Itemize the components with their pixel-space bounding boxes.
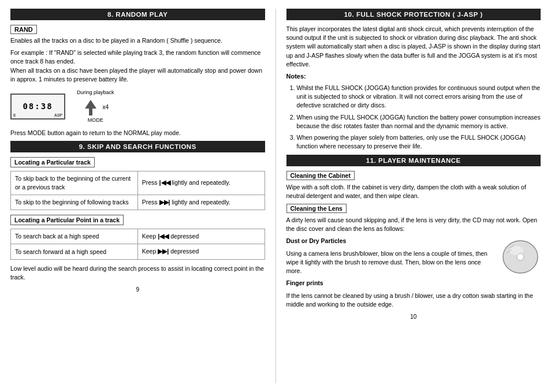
player-display: 8 08:38 ASP bbox=[10, 94, 65, 120]
finger-title: Finger prints bbox=[286, 279, 541, 288]
mode-label: MODE bbox=[88, 117, 103, 123]
rand-example: For example : If "RAND" is selected whil… bbox=[10, 48, 265, 84]
cleaning-lens-box: Cleaning the Lens bbox=[286, 204, 347, 213]
skip-row-2: To skip to the beginning of following tr… bbox=[11, 195, 265, 210]
section11-header: 11. PLAYER MAINTENANCE bbox=[286, 155, 541, 166]
dust-section: Dust or Dry Particles Using a camera len… bbox=[286, 237, 541, 279]
mode-area: During playback x4 MODE bbox=[77, 89, 114, 123]
search-next-icon: ▶▶| bbox=[158, 248, 169, 255]
search-action-1: To search back at a high speed bbox=[11, 229, 138, 244]
x4-label: x4 bbox=[102, 104, 109, 110]
next-icon: ▶▶| bbox=[159, 199, 170, 206]
search-instruction-1: Keep |◀◀ depressed bbox=[137, 229, 265, 244]
section9-header: 9. SKIP AND SEARCH FUNCTIONS bbox=[10, 141, 265, 152]
finger-text: If the lens cannot be cleaned by using a… bbox=[286, 292, 541, 309]
cleaning-cabinet-box: Cleaning the Cabinet bbox=[286, 171, 355, 180]
section8-header: 8. RANDOM PLAY bbox=[10, 9, 265, 20]
cd-illustration bbox=[500, 237, 541, 274]
skip-instruction-1: Press |◀◀ lightly and repeatedly. bbox=[137, 171, 265, 195]
column-divider bbox=[276, 9, 276, 383]
display-label-right: ASP bbox=[54, 113, 62, 117]
locating-track-box: Locating a Particular track bbox=[10, 157, 95, 167]
display-label-left: 8 bbox=[13, 113, 16, 117]
note-item-3: When powering the player solely from bat… bbox=[297, 133, 541, 151]
skip-action-2: To skip to the beginning of following tr… bbox=[11, 195, 138, 210]
notes-title: Notes: bbox=[286, 72, 541, 81]
right-column: 10. FULL SHOCK PROTECTION ( J-ASP ) This… bbox=[282, 6, 546, 386]
search-instruction-2: Keep ▶▶| depressed bbox=[137, 244, 265, 259]
dust-text-block: Dust or Dry Particles Using a camera len… bbox=[286, 237, 495, 279]
cd-svg bbox=[500, 237, 541, 274]
document-page: 8. RANDOM PLAY RAND Enables all the trac… bbox=[0, 0, 551, 392]
cleaning-cabinet-text: Wipe with a soft cloth. If the cabinet i… bbox=[286, 183, 541, 200]
svg-point-3 bbox=[517, 253, 524, 260]
dust-text: Using a camera lens brush/blower, blow o… bbox=[286, 249, 495, 276]
rand-box: RAND bbox=[10, 25, 37, 34]
image-row: 8 08:38 ASP During playback x4 MODE bbox=[10, 89, 265, 123]
page-number-right: 10 bbox=[286, 313, 541, 320]
skip-action-1: To skip back to the beginning of the cur… bbox=[11, 171, 138, 195]
skip-table: To skip back to the beginning of the cur… bbox=[10, 171, 265, 210]
notes-list: Whilst the FULL SHOCK (JOGGA) function p… bbox=[286, 84, 541, 151]
search-action-2: To search forward at a high speed bbox=[11, 244, 138, 259]
rand-desc: Enables all the tracks on a disc to be p… bbox=[10, 36, 265, 45]
skip-instruction-2: Press ▶▶| lightly and repeatedly. bbox=[137, 195, 265, 210]
dust-title: Dust or Dry Particles bbox=[286, 237, 495, 245]
left-column: 8. RANDOM PLAY RAND Enables all the trac… bbox=[6, 6, 270, 386]
search-prev-icon: |◀◀ bbox=[158, 233, 169, 240]
press-mode-text: Press MODE button again to return to the… bbox=[10, 129, 265, 137]
prev-icon: |◀◀ bbox=[159, 179, 170, 186]
shock-intro: This player incorporates the latest digi… bbox=[286, 25, 541, 69]
skip-row-1: To skip back to the beginning of the cur… bbox=[11, 171, 265, 195]
note-item-1: Whilst the FULL SHOCK (JOGGA) function p… bbox=[297, 84, 541, 110]
page-number-left: 9 bbox=[10, 286, 265, 293]
arrow-down-icon bbox=[82, 97, 99, 117]
search-row-1: To search back at a high speed Keep |◀◀ … bbox=[11, 229, 265, 244]
search-row-2: To search forward at a high speed Keep ▶… bbox=[11, 244, 265, 259]
low-level-note: Low level audio will be heard during the… bbox=[10, 264, 265, 282]
svg-marker-0 bbox=[85, 100, 96, 115]
locating-point-box: Locating a Particular Point in a track bbox=[10, 215, 124, 225]
search-table: To search back at a high speed Keep |◀◀ … bbox=[10, 229, 265, 260]
cleaning-lens-text: A dirty lens will cause sound skipping a… bbox=[286, 216, 541, 233]
during-playback-label: During playback bbox=[77, 89, 114, 95]
note-item-2: When using the FULL SHOCK (JOGGA) functi… bbox=[297, 113, 541, 130]
display-text: 08:38 bbox=[23, 102, 53, 111]
section10-header: 10. FULL SHOCK PROTECTION ( J-ASP ) bbox=[286, 9, 541, 20]
